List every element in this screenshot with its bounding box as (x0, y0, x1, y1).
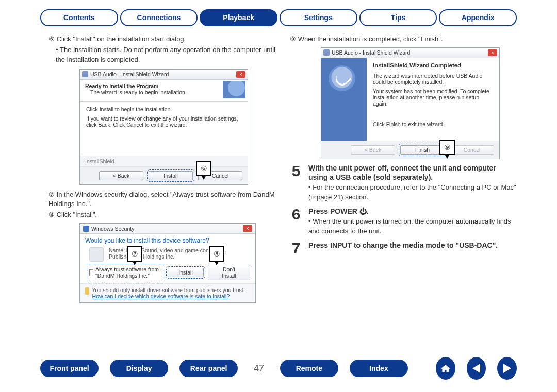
step-6-sub: • The installtion starts. Do not perform… (48, 45, 275, 65)
page-number: 47 (249, 363, 269, 374)
wizard-title: USB Audio - InstallShield Wizard (332, 49, 410, 56)
big-number-5: 5 (290, 163, 302, 202)
prev-page-button[interactable] (467, 357, 486, 380)
numbered-5: 5 With the unit power off, connect the u… (290, 163, 517, 202)
home-button[interactable] (436, 357, 455, 380)
finish-wizard: USB Audio - InstallShield Wizard × Insta… (321, 47, 500, 159)
install-wizard: USB Audio - InstallShield Wizard × Ready… (79, 69, 248, 185)
callout-9-arrow (445, 154, 450, 159)
wizard-app-icon (323, 49, 330, 56)
security-question: Would you like to install this device so… (80, 234, 255, 246)
tab-playback[interactable]: Playback (200, 9, 277, 26)
step-6: ⑥ Click "Install" on the installation st… (48, 35, 275, 44)
wizard-body-2: If you want to review or change any of y… (86, 115, 241, 128)
nav-front-panel[interactable]: Front panel (40, 360, 99, 377)
finish-p3: Click Finish to exit the wizard. (373, 121, 493, 127)
advice-text: You should only install driver software … (92, 287, 245, 293)
back-button[interactable]: < Back (99, 171, 143, 180)
wizard-side-art (321, 58, 367, 141)
page-21-link[interactable]: page 21 (317, 193, 341, 201)
wizard-app-icon (82, 71, 88, 77)
wizard-status: InstallShield (80, 156, 248, 167)
trust-checkbox[interactable]: Always trust software from "DandM Holdin… (88, 265, 163, 280)
bottom-nav: Front panel Display Rear panel 47 Remote… (0, 357, 557, 380)
callout-6-arrow (201, 175, 206, 180)
close-icon[interactable]: × (488, 49, 497, 56)
step5-head: With the unit power off, connect the uni… (308, 163, 517, 182)
wizard-banner-sub: The wizard is ready to begin installatio… (85, 89, 242, 95)
nav-rear-panel[interactable]: Rear panel (179, 360, 238, 377)
step-8: ⑧ Click "Install". (48, 210, 275, 220)
dont-install-button[interactable]: Don't Install (208, 265, 250, 280)
step-9: ⑨ When the installation is completed, cl… (290, 35, 517, 44)
install-button[interactable]: Install (149, 171, 193, 180)
security-title: Windows Security (91, 226, 134, 232)
install-button[interactable]: Install (168, 268, 204, 277)
wizard-body-1: Click Install to begin the installation. (86, 106, 241, 112)
tab-settings[interactable]: Settings (280, 9, 357, 26)
security-dialog: Windows Security × Would you like to ins… (79, 223, 256, 303)
install-complete-icon (329, 65, 355, 92)
tab-contents[interactable]: Contents (40, 9, 118, 26)
finish-button[interactable]: Finish (400, 145, 445, 155)
step5-body: • For the connection procedure, refer to… (308, 183, 517, 202)
tab-appendix[interactable]: Appendix (439, 9, 517, 26)
nav-index[interactable]: Index (350, 360, 408, 377)
device-icon (89, 247, 104, 262)
power-icon: ⏻ (359, 207, 367, 216)
step7-head: Press INPUT to change the media mode to … (308, 241, 517, 250)
callout-8: ⑧ (209, 246, 224, 262)
cancel-button: Cancel (450, 145, 494, 155)
wizard-banner-heading: Ready to Install the Program (85, 83, 242, 89)
step6-body: • When the unit power is turned on, the … (308, 217, 517, 236)
finish-p1: The wizard was interrupted before USB Au… (373, 73, 493, 85)
close-icon[interactable]: × (243, 225, 252, 232)
tab-tips[interactable]: Tips (359, 9, 437, 26)
big-number-7: 7 (290, 241, 302, 256)
advice-link[interactable]: How can I decide which device software i… (92, 293, 230, 299)
hand-pointer-icon: ☞ (310, 193, 317, 203)
finish-heading: InstallShield Wizard Completed (373, 62, 493, 69)
nav-remote[interactable]: Remote (280, 360, 338, 377)
shield-icon (83, 226, 89, 232)
warning-shield-icon (85, 287, 89, 295)
left-column: ⑥ Click "Install" on the installation st… (48, 35, 275, 303)
step-6-text: Click "Install" on the installation star… (57, 35, 186, 43)
close-icon[interactable]: × (236, 71, 245, 78)
nav-display[interactable]: Display (110, 360, 168, 377)
numbered-6: 6 Press POWER ⏻. • When the unit power i… (290, 207, 517, 236)
callout-7-arrow (132, 261, 137, 265)
finish-p2: Your system has not been modified. To co… (373, 88, 493, 107)
checkbox-icon (89, 269, 93, 276)
callout-9: ⑨ (439, 140, 455, 155)
wizard-title: USB Audio - InstallShield Wizard (90, 71, 169, 77)
tab-connections[interactable]: Connections (120, 9, 198, 26)
step-7: ⑦ In the Windows security dialog, select… (48, 190, 275, 210)
right-column: ⑨ When the installation is completed, cl… (290, 35, 517, 303)
wizard-banner-art (223, 81, 245, 98)
callout-8-arrow (214, 261, 219, 265)
back-button: < Back (351, 145, 395, 155)
numbered-7: 7 Press INPUT to change the media mode t… (290, 241, 517, 256)
callout-7: ⑦ (127, 246, 142, 262)
next-page-button[interactable] (497, 357, 517, 380)
callout-6: ⑥ (196, 161, 211, 176)
step6-head: Press POWER ⏻. (308, 207, 517, 216)
step-6-number: ⑥ (48, 35, 55, 44)
big-number-6: 6 (290, 207, 302, 236)
top-tab-bar: Contents Connections Playback Settings T… (0, 0, 557, 26)
